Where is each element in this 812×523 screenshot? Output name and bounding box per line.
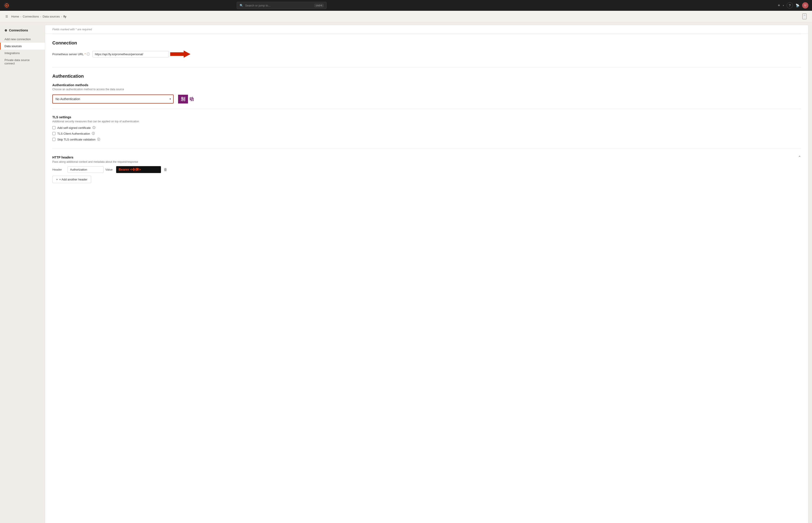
svg-marker-7 [170, 51, 190, 58]
auth-title: Authentication [52, 74, 801, 79]
prometheus-label: Prometheus server URL * i [52, 53, 90, 56]
chevron-down-icon: ▾ [783, 4, 784, 7]
collapse-button[interactable]: ⌃ [802, 14, 807, 19]
plus-icon: + [56, 178, 58, 181]
sidebar-item-add-connection[interactable]: Add new connection [0, 36, 45, 43]
breadcrumb-home[interactable]: Home [11, 15, 19, 18]
avatar[interactable]: U [802, 2, 808, 8]
http-headers-section: HTTP headers ⌃ Pass along additional con… [45, 149, 808, 188]
tls-checkbox-client-auth: TLS Client Authentication ⓘ [52, 131, 801, 136]
selfsigned-label: Add self-signed certificate [57, 126, 91, 129]
tls-section: TLS settings Additional security measure… [45, 109, 808, 149]
prometheus-url-row: Prometheus server URL * i [52, 50, 801, 58]
collapse-headers-icon[interactable]: ⌃ [798, 155, 801, 159]
main-layout: ⊕ Connections Add new connection Data so… [0, 22, 812, 523]
add-header-label: + Add another header [59, 178, 87, 181]
selfsigned-checkbox[interactable] [52, 126, 55, 129]
grafana-logo[interactable] [4, 2, 10, 8]
search-bar[interactable]: 🔍 Search or jump to... cmd+k [237, 2, 326, 9]
add-button[interactable]: + [778, 3, 780, 8]
value-col-header: Value [105, 168, 114, 171]
breadcrumb-sep-1: › [20, 15, 21, 18]
breadcrumb-datasources[interactable]: Data sources [43, 15, 60, 18]
help-button[interactable]: ? [787, 2, 793, 8]
auth-select-wrapper: No Authentication Basic authentication W… [52, 94, 174, 104]
auth-select-row: No Authentication Basic authentication W… [52, 94, 801, 104]
client-auth-checkbox[interactable] [52, 132, 55, 135]
sidebar-section-title: ⊕ Connections [0, 27, 45, 34]
header-col-header: Header [52, 168, 66, 171]
bearer-value-input[interactable] [116, 166, 161, 173]
chinese-box-char: 别 [178, 95, 188, 104]
info-icon[interactable]: i [87, 53, 90, 56]
breadcrumb-current: fly [64, 15, 67, 18]
skip-validation-info-icon[interactable]: ⓘ [97, 137, 100, 141]
auth-methods-desc: Choose an authentication method to acces… [52, 88, 801, 91]
breadcrumb-bar: ☰ Home › Connections › Data sources › fl… [0, 11, 812, 22]
breadcrumb-sep-2: › [40, 15, 41, 18]
main-content: Fields marked with * are required Connec… [45, 25, 808, 523]
selfsigned-info-icon[interactable]: ⓘ [92, 126, 95, 130]
chinese-text: 动 [188, 95, 195, 103]
tls-checkbox-selfsigned: Add self-signed certificate ⓘ [52, 126, 801, 130]
delete-header-button[interactable]: 🗑 [163, 167, 168, 173]
sidebar-item-integrations[interactable]: Integrations [0, 50, 45, 57]
sidebar-item-data-sources[interactable]: Data sources [0, 43, 45, 50]
tls-desc: Additional security measures that can be… [52, 120, 801, 123]
red-arrow-annotation [170, 50, 190, 58]
notifications-button[interactable]: 📡 [796, 4, 799, 7]
authorization-header-input[interactable] [68, 166, 104, 173]
client-auth-label: TLS Client Authentication [57, 132, 90, 136]
top-navigation: 🔍 Search or jump to... cmd+k + ▾ ? 📡 U [0, 0, 812, 11]
sidebar-item-private-connect[interactable]: Private data source connect [0, 57, 45, 67]
auth-method-select[interactable]: No Authentication Basic authentication W… [52, 94, 174, 104]
client-auth-info-icon[interactable]: ⓘ [92, 131, 95, 136]
headers-title-row: HTTP headers ⌃ [52, 155, 801, 159]
breadcrumb-connections[interactable]: Connections [23, 15, 39, 18]
header-row-labels: Header Value 🗑 [52, 166, 801, 173]
connection-title: Connection [52, 40, 801, 46]
search-shortcut: cmd+k [314, 4, 324, 7]
connection-section: Connection Prometheus server URL * i [45, 34, 808, 67]
fields-note: Fields marked with * are required [45, 25, 808, 34]
search-icon: 🔍 [240, 4, 243, 7]
skip-validation-checkbox[interactable] [52, 138, 55, 141]
headers-desc: Pass along additional context and metada… [52, 160, 801, 163]
hamburger-menu[interactable]: ☰ [5, 15, 8, 18]
tls-checkbox-skip-validation: Skip TLS certificate validation ⓘ [52, 137, 801, 141]
chinese-annotation: 别 动 [178, 95, 195, 104]
sidebar: ⊕ Connections Add new connection Data so… [0, 22, 45, 523]
search-placeholder: Search or jump to... [245, 4, 270, 7]
url-input-container [92, 50, 190, 58]
prometheus-url-input[interactable] [92, 51, 169, 57]
add-header-button[interactable]: + + Add another header [52, 176, 91, 183]
tls-title: TLS settings [52, 115, 801, 119]
auth-methods-label: Authentication methods [52, 83, 801, 87]
svg-point-2 [6, 5, 7, 6]
breadcrumb-sep-3: › [61, 15, 62, 18]
topnav-actions: + ▾ ? 📡 U [778, 2, 808, 8]
breadcrumb: ☰ Home › Connections › Data sources › fl… [5, 15, 67, 18]
skip-validation-label: Skip TLS certificate validation [57, 138, 95, 141]
headers-title: HTTP headers [52, 156, 73, 159]
required-indicator: * [85, 53, 86, 56]
connections-icon: ⊕ [4, 29, 7, 32]
authentication-section: Authentication Authentication methods Ch… [45, 67, 808, 109]
